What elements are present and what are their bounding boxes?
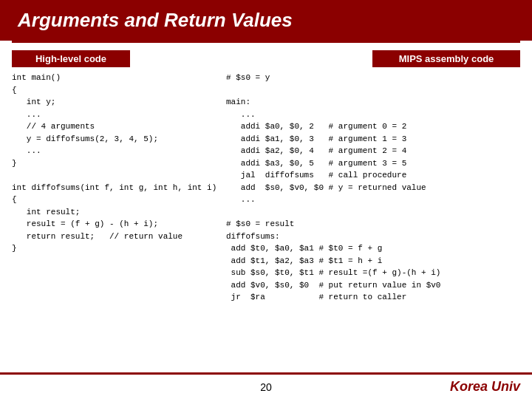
mips-diffofsums-label: diffofsums: <box>226 232 280 241</box>
title-bar: Arguments and Return Values <box>0 0 532 41</box>
left-panel: High-level code int main() { int y; ... … <box>12 50 219 372</box>
content-area: High-level code int main() { int y; ... … <box>0 43 532 372</box>
high-level-label: High-level code <box>12 50 130 67</box>
slide-title: Arguments and Return Values <box>18 9 514 32</box>
left-code-block: int main() { int y; ... // 4 arguments y… <box>12 72 219 255</box>
mips-main-label: main: <box>226 98 250 106</box>
slide: Arguments and Return Values High-level c… <box>0 0 532 399</box>
mips-label: MIPS assembly code <box>372 50 520 67</box>
mips-code-block: # $s0 = y main: ... addi $a0, $0, 2 # ar… <box>226 72 520 304</box>
left-code-text: int main() { int y; ... // 4 arguments y… <box>12 73 216 253</box>
mips-header: # $s0 = y <box>226 73 270 82</box>
right-panel: MIPS assembly code # $s0 = y main: ... a… <box>226 50 520 372</box>
mips-result-comment: # $s0 = result <box>226 219 294 228</box>
footer: 20 Korea Univ <box>0 372 532 399</box>
university-name: Korea Univ <box>450 379 520 394</box>
mips-diffofsums-code: add $t0, $a0, $a1 # $t0 = f + g add $t1,… <box>226 244 440 301</box>
page-number: 20 <box>181 381 350 393</box>
mips-main-code: ... addi $a0, $0, 2 # argument 0 = 2 add… <box>226 110 426 205</box>
